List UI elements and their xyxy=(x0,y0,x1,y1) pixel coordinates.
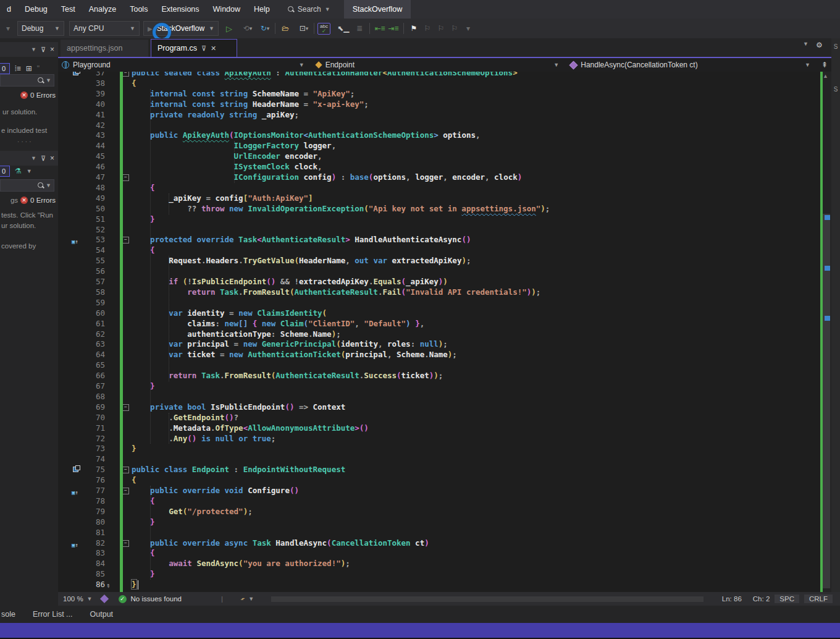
close-icon[interactable]: × xyxy=(50,154,54,163)
panel1-search-input[interactable]: ▼ xyxy=(0,74,54,87)
scroll-up-icon[interactable]: ▲ xyxy=(823,73,828,79)
tab-console[interactable]: sole xyxy=(0,610,24,619)
vertical-scrollbar[interactable]: ▲ xyxy=(820,72,831,592)
line-number[interactable]: 62 xyxy=(77,329,105,340)
code-line-58[interactable]: 58 return Task.FromResult(AuthenticateRe… xyxy=(58,287,820,298)
code-line-40[interactable]: 40 internal const string HeaderName = "x… xyxy=(58,99,820,110)
pin-icon[interactable]: ⊽ xyxy=(41,154,46,163)
code-line-56[interactable]: 56 xyxy=(58,266,820,277)
spaces-indicator[interactable]: SPC xyxy=(775,595,799,603)
line-number[interactable]: 66 xyxy=(77,371,105,381)
line-number[interactable]: 60 xyxy=(77,308,105,319)
line-number[interactable]: 61 xyxy=(77,319,105,329)
add-icon[interactable]: ⊞ xyxy=(26,64,32,73)
line-number[interactable]: 78 xyxy=(77,496,105,507)
line-number[interactable]: 42 xyxy=(77,121,105,131)
split-editor-icon[interactable]: ⇞ xyxy=(818,61,831,69)
code-line-75[interactable]: 75−public class Endpoint : EndpointWitho… xyxy=(58,465,820,475)
close-icon[interactable]: × xyxy=(50,45,54,54)
line-number[interactable]: 43 xyxy=(77,130,105,141)
menu-item-extensions[interactable]: Extensions xyxy=(154,0,206,19)
code-line-41[interactable]: 41 private readonly string _apiKey; xyxy=(58,110,820,121)
line-number[interactable]: 85 xyxy=(77,569,105,580)
code-line-68[interactable]: 68 xyxy=(58,392,820,402)
code-line-39[interactable]: 39 internal const string SchemeName = "A… xyxy=(58,89,820,99)
tab-appsettings-json[interactable]: appsettings.json xyxy=(61,40,148,57)
toggle-bookmark-icon[interactable]: ⚑ xyxy=(407,21,421,36)
line-number[interactable]: 86 xyxy=(77,580,105,590)
code-line-70[interactable]: 70 .GetEndpoint()? xyxy=(58,413,820,423)
project-dropdown[interactable]: Playground ▼ xyxy=(58,58,312,72)
line-number[interactable]: 47 xyxy=(77,172,105,183)
overflow-icon[interactable]: " xyxy=(37,64,40,73)
line-number[interactable]: 64 xyxy=(77,350,105,360)
gear-icon[interactable]: ⚙ xyxy=(816,41,823,49)
fold-marker-icon[interactable]: − xyxy=(122,72,129,77)
code-line-63[interactable]: 63 var principal = new GenericPrincipal(… xyxy=(58,339,820,350)
menu-item-tools[interactable]: Tools xyxy=(123,0,154,19)
code-line-42[interactable]: 42 xyxy=(58,121,820,131)
code-line-85[interactable]: 85 } xyxy=(58,569,820,580)
code-line-50[interactable]: 50 ?? throw new InvalidOperationExceptio… xyxy=(58,204,820,214)
code-line-66[interactable]: 66 return Task.FromResult(AuthenticateRe… xyxy=(58,371,820,381)
line-number[interactable]: 52 xyxy=(77,225,105,235)
bookmark-overflow-icon[interactable]: ▾ xyxy=(461,21,475,36)
next-bookmark-icon[interactable]: ⚐ xyxy=(434,21,448,36)
line-number[interactable]: 48 xyxy=(77,183,105,193)
line-ending-indicator[interactable]: CRLF xyxy=(804,595,833,603)
line-number[interactable]: 73 xyxy=(77,444,105,454)
code-line-82[interactable]: ▣↑82− public override async Task HandleA… xyxy=(58,538,820,549)
search-control[interactable]: Search ▼ xyxy=(288,5,330,14)
line-number[interactable]: 65 xyxy=(77,360,105,371)
code-line-81[interactable]: 81 xyxy=(58,528,820,538)
toolbar-overflow-icon[interactable]: ▾ xyxy=(0,21,16,36)
code-line-57[interactable]: 57 if (!IsPublicEndpoint() && !extracted… xyxy=(58,277,820,287)
spell-check-toggle-icon[interactable]: abc✓ xyxy=(317,23,330,35)
code-line-79[interactable]: 79 Get("/protected"); xyxy=(58,507,820,517)
line-number[interactable]: 49 xyxy=(77,193,105,204)
fold-marker-icon[interactable]: − xyxy=(122,488,129,494)
line-number[interactable]: 63 xyxy=(77,339,105,350)
pin-icon[interactable]: ⊽ xyxy=(41,46,46,54)
line-number[interactable]: 68 xyxy=(77,392,105,402)
platform-combo[interactable]: Any CPU ▼ xyxy=(69,21,140,36)
line-number[interactable]: 51 xyxy=(77,214,105,225)
panel2-error-summary[interactable]: gs ✕ 0 Errors xyxy=(0,197,58,204)
code-line-47[interactable]: 47− IConfiguration config) : base(option… xyxy=(58,172,820,183)
selection-mode-icon[interactable]: ⬉▁ xyxy=(337,21,350,36)
code-line-64[interactable]: 64 var ticket = new AuthenticationTicket… xyxy=(58,350,820,360)
tab-list-chevron-icon[interactable]: ▼ xyxy=(803,41,808,49)
horizontal-scrollbar[interactable] xyxy=(262,596,713,603)
code-line-46[interactable]: 46 ISystemClock clock, xyxy=(58,162,820,172)
code-line-78[interactable]: 78 { xyxy=(58,496,820,507)
line-number[interactable]: 79 xyxy=(77,507,105,517)
line-number[interactable]: 55 xyxy=(77,256,105,266)
scrollbar-thumb[interactable] xyxy=(271,596,704,602)
prev-bookmark-icon[interactable]: ⚐ xyxy=(421,21,434,36)
menu-item-help[interactable]: Help xyxy=(247,0,277,19)
menu-item-test[interactable]: Test xyxy=(54,0,82,19)
line-number[interactable]: 56 xyxy=(77,266,105,277)
code-line-59[interactable]: 59 xyxy=(58,298,820,308)
line-number[interactable]: 74 xyxy=(77,454,105,465)
code-line-69[interactable]: 69− private bool IsPublicEndpoint() => C… xyxy=(58,402,820,413)
code-cleanup-icon[interactable]: ⌁ xyxy=(238,594,247,604)
code-line-72[interactable]: 72 .Any() is null or true; xyxy=(58,434,820,444)
code-line-62[interactable]: 62 authenticationType: Scheme.Name); xyxy=(58,329,820,340)
panel2-search-input[interactable]: ▼ xyxy=(0,179,54,192)
code-line-55[interactable]: 55 Request.Headers.TryGetValue(HeaderNam… xyxy=(58,256,820,266)
line-number[interactable]: 70 xyxy=(77,413,105,423)
line-number[interactable]: 39 xyxy=(77,89,105,99)
code-line-73[interactable]: 73} xyxy=(58,444,820,454)
code-line-61[interactable]: 61 claims: new[] { new Claim("ClientID",… xyxy=(58,319,820,329)
line-number[interactable]: 50 xyxy=(77,204,105,214)
zoom-select[interactable]: 100 % xyxy=(63,595,83,603)
find-in-files-icon[interactable]: 🗁 xyxy=(279,21,292,36)
code-line-43[interactable]: 43 public ApikeyAuth(IOptionsMonitor<Aut… xyxy=(58,130,820,141)
code-line-45[interactable]: 45 UrlEncoder encoder, xyxy=(58,151,820,162)
fold-marker-icon[interactable]: − xyxy=(122,404,129,411)
line-number[interactable]: 84 xyxy=(77,559,105,569)
code-editor[interactable]: 37−public sealed class ApikeyAuth : Auth… xyxy=(58,72,820,592)
code-line-51[interactable]: 51 } xyxy=(58,214,820,225)
fold-marker-icon[interactable]: − xyxy=(122,467,129,473)
